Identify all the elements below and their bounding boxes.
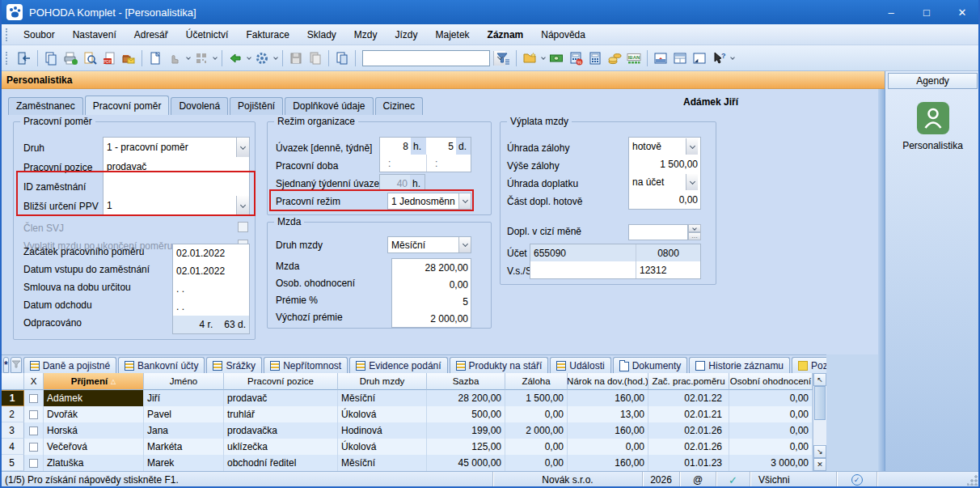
agendy-header-button[interactable]: Agendy	[888, 73, 978, 89]
blizsi-urceni-dropdown-button[interactable]	[236, 196, 249, 215]
row-number[interactable]: 1	[0, 390, 24, 406]
cell-zaloha[interactable]: 0,00	[505, 455, 568, 471]
cell-pozice[interactable]: prodavačka	[224, 422, 338, 439]
row-checkbox[interactable]	[29, 426, 38, 435]
search-input[interactable]	[363, 51, 493, 66]
druh-combobox[interactable]: 1 - pracovní poměr	[103, 138, 249, 157]
cell-narok[interactable]: 160,00	[568, 455, 648, 471]
table-row[interactable]: 5 Zlatuška Marek obchodní ředitel Měsíčn…	[0, 455, 826, 471]
header-narok-na-dov[interactable]: Nárok na dov.(hod.)	[568, 373, 648, 390]
menu-nastaveni[interactable]: Nastavení	[64, 26, 125, 44]
cell-sazba[interactable]: 125,00	[427, 439, 505, 455]
status-year[interactable]: 2026	[642, 472, 679, 488]
row-checkbox[interactable]	[29, 410, 38, 419]
uhrada-zalohy-combobox[interactable]: hotově	[629, 138, 700, 155]
cell-prijmeni[interactable]: Adámek	[44, 390, 144, 406]
menu-mzdy[interactable]: Mzdy	[345, 26, 387, 44]
tab-zamestnanec[interactable]: Zaměstnanec	[8, 97, 83, 115]
row-checkbox[interactable]	[29, 459, 38, 468]
edit-record-dropdown[interactable]	[184, 49, 192, 68]
status-verified[interactable]: ✓	[836, 472, 877, 488]
iban-button[interactable]: IBAN	[624, 49, 644, 68]
cell-osobni[interactable]: 0,00	[729, 422, 813, 439]
id-zamestnani-field[interactable]	[103, 176, 249, 196]
pracovni-rezim-dropdown-button[interactable]	[458, 193, 471, 209]
detail-tab-dane-a-pojistne[interactable]: Daně a pojistné	[23, 357, 116, 373]
status-at[interactable]: @	[679, 472, 716, 488]
header-x[interactable]: X	[24, 373, 44, 390]
detail-tab-evidence-podani[interactable]: Evidence podání	[349, 357, 447, 373]
vstup-field[interactable]: 02.01.2022	[173, 262, 249, 280]
row-select-cell[interactable]	[24, 439, 44, 455]
menu-grip[interactable]	[6, 28, 8, 41]
premie-field[interactable]: 5	[392, 293, 471, 310]
cell-narok[interactable]: 160,00	[568, 390, 648, 406]
close-button[interactable]: ✕	[944, 0, 980, 24]
cell-jmeno[interactable]: Marek	[144, 455, 224, 471]
header-prijmeni[interactable]: Příjmení△	[44, 373, 144, 390]
menu-sklady[interactable]: Sklady	[298, 26, 345, 44]
row-checkbox[interactable]	[29, 443, 38, 452]
back-dropdown[interactable]	[245, 49, 252, 68]
qr-code-dropdown[interactable]	[211, 49, 218, 68]
paste-button[interactable]	[306, 49, 325, 68]
search-combobox[interactable]	[362, 50, 490, 66]
pozice-field[interactable]: prodavač	[103, 157, 249, 176]
cell-zacatek[interactable]: 02.01.26	[648, 439, 729, 455]
menu-fakturace[interactable]: Fakturace	[237, 26, 298, 44]
detail-tab-nepritomnost[interactable]: Nepřítomnost	[264, 357, 348, 373]
tab-cizinec[interactable]: Cizinec	[375, 97, 423, 115]
new-record-button[interactable]	[146, 49, 165, 68]
settings-button[interactable]	[252, 49, 272, 68]
edit-record-button[interactable]	[165, 49, 184, 68]
header-osobni-ohodnoceni[interactable]: Osobní ohodnocení	[729, 373, 813, 390]
table-scrollbar[interactable]: ↖ ↘ ✕	[813, 373, 826, 471]
tab-pracovni-pomer[interactable]: Pracovní poměr	[85, 95, 170, 115]
cell-zaloha[interactable]: 1 500,00	[505, 390, 568, 406]
detail-tab-bankovni-ucty[interactable]: Bankovní účty	[118, 357, 205, 373]
cell-prijmeni[interactable]: Horská	[44, 422, 144, 439]
context-help-dropdown[interactable]	[729, 49, 736, 68]
pracovni-rezim-combobox[interactable]: 1 Jednosměnn	[387, 193, 471, 210]
save-button[interactable]	[286, 49, 306, 68]
row-number[interactable]: 2	[0, 406, 24, 422]
header-druh-mzdy[interactable]: Druh mzdy	[338, 373, 427, 390]
toggle-note-panel-button[interactable]	[690, 49, 709, 68]
smlouva-field[interactable]: . .	[173, 280, 249, 298]
osob-ohodnoceni-field[interactable]: 0,00	[392, 276, 471, 293]
filter-button[interactable]	[493, 49, 513, 68]
asterisk-tab-button[interactable]: *	[3, 357, 9, 373]
cell-pozice[interactable]: truhlář	[224, 406, 338, 422]
cell-druh-mzdy[interactable]: Úkolová	[338, 406, 427, 422]
clen-svj-checkbox[interactable]	[238, 222, 248, 232]
resize-grip[interactable]	[967, 474, 978, 486]
toggle-form-panel-button[interactable]	[651, 49, 670, 68]
cell-pozice[interactable]: prodavač	[224, 390, 338, 406]
back-button[interactable]	[226, 49, 245, 68]
print-preview-button[interactable]	[80, 49, 99, 68]
zacatek-field[interactable]: 02.01.2022	[173, 244, 249, 262]
tax-calculator-button[interactable]: %	[566, 49, 585, 68]
cell-druh-mzdy[interactable]: Měsíční	[338, 390, 427, 406]
uhrada-doplatku-dropdown-button[interactable]	[686, 174, 698, 190]
cell-prijmeni[interactable]: Dvořák	[44, 406, 144, 422]
druh-dropdown-button[interactable]	[236, 138, 249, 157]
header-pracovni-pozice[interactable]: Pracovní pozice	[224, 373, 338, 390]
row-number[interactable]: 3	[0, 422, 24, 439]
scroll-to-current-button[interactable]: ↖	[813, 373, 826, 386]
cell-osobni[interactable]: 0,00	[729, 439, 813, 455]
status-filter-scope[interactable]: Všichni	[750, 472, 836, 488]
cell-pozice[interactable]: uklízečka	[224, 439, 338, 455]
row-select-cell[interactable]	[24, 390, 44, 406]
detail-tab-historie-zaznamu[interactable]: Historie záznamu	[689, 357, 790, 373]
menu-ucetnictvi[interactable]: Účetnictví	[177, 26, 238, 44]
scroll-to-last-button[interactable]: ↘	[813, 445, 826, 458]
cell-zacatek[interactable]: 02.01.26	[648, 422, 729, 439]
table-row[interactable]: 2 Dvořák Pavel truhlář Úkolová 500,00 0,…	[0, 406, 826, 422]
doba-od-field[interactable]: :	[380, 155, 426, 172]
cell-zacatek[interactable]: 01.01.23	[648, 455, 729, 471]
coins-button[interactable]	[605, 49, 624, 68]
detail-tab-produkty-na-stari[interactable]: Produkty na stáří	[450, 357, 549, 373]
cell-zacatek[interactable]: 02.01.22	[648, 390, 729, 406]
menu-napoveda[interactable]: Nápověda	[532, 26, 594, 44]
